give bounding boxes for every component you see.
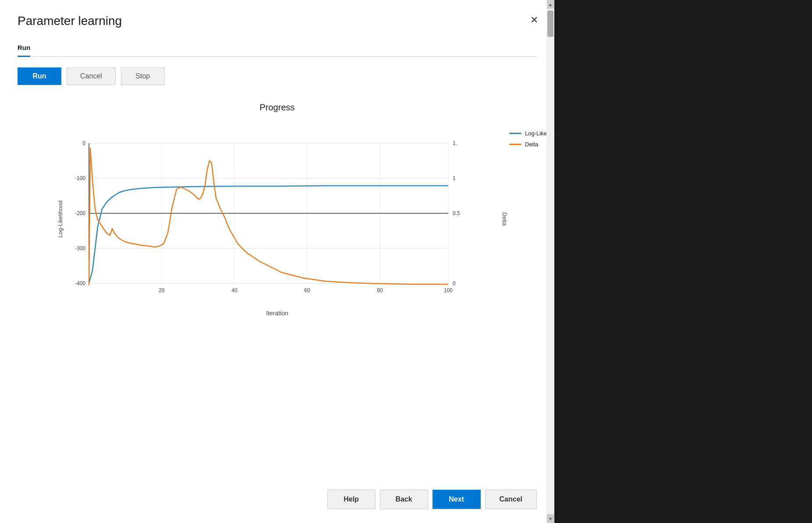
legend-line-delta (509, 144, 521, 145)
chart-title: Progress (259, 102, 294, 113)
svg-text:0: 0 (453, 280, 456, 286)
svg-text:80: 80 (377, 287, 383, 293)
scrollbar[interactable]: ▲ ▼ (546, 0, 554, 523)
svg-text:60: 60 (304, 287, 310, 293)
scrollbar-up-arrow[interactable]: ▲ (547, 0, 554, 9)
svg-text:0: 0 (82, 140, 85, 146)
chart-svg: 0 -100 -200 -300 -400 1. 1 0.5 0 20 40 6… (63, 121, 492, 305)
svg-text:40: 40 (231, 287, 238, 293)
svg-text:1: 1 (453, 175, 456, 181)
scrollbar-down-arrow[interactable]: ▼ (547, 514, 554, 523)
run-button[interactable]: Run (18, 67, 61, 85)
y-axis-right-label: Delta (501, 212, 508, 226)
svg-text:-200: -200 (74, 210, 85, 216)
chart-area: Log-Likelihood Delta (63, 121, 492, 305)
dialog-title: Parameter learning (18, 14, 537, 28)
legend-label-loglikelihood: Log-Likelihood (525, 130, 562, 137)
svg-text:-100: -100 (74, 175, 85, 181)
svg-text:100: 100 (443, 287, 452, 293)
scrollbar-thumb[interactable] (547, 11, 553, 37)
loglikelihood-line (89, 186, 448, 283)
dialog: ✕ Parameter learning Run Run Cancel Stop… (0, 0, 554, 523)
svg-text:0.5: 0.5 (453, 210, 460, 216)
help-button[interactable]: Help (327, 490, 376, 509)
chart-section: Progress Log-Likelihood Delta Log-Likeli… (18, 102, 537, 479)
action-buttons: Run Cancel Stop (18, 67, 537, 85)
back-button[interactable]: Back (380, 490, 428, 509)
svg-text:-400: -400 (74, 280, 85, 286)
tab-run[interactable]: Run (18, 40, 30, 57)
svg-text:1.: 1. (453, 140, 457, 146)
delta-line (89, 148, 448, 285)
x-axis-label: Iteration (63, 310, 492, 317)
close-button[interactable]: ✕ (526, 12, 542, 28)
stop-button[interactable]: Stop (121, 67, 165, 85)
next-button[interactable]: Next (433, 490, 481, 509)
footer-buttons: Help Back Next Cancel (18, 479, 537, 523)
cancel-button[interactable]: Cancel (67, 67, 116, 85)
svg-text:-300: -300 (74, 245, 85, 251)
svg-text:20: 20 (159, 287, 165, 293)
tab-bar: Run (18, 40, 537, 57)
legend-line-loglikelihood (509, 133, 521, 134)
legend-label-delta: Delta (525, 141, 538, 148)
footer-cancel-button[interactable]: Cancel (485, 490, 537, 509)
